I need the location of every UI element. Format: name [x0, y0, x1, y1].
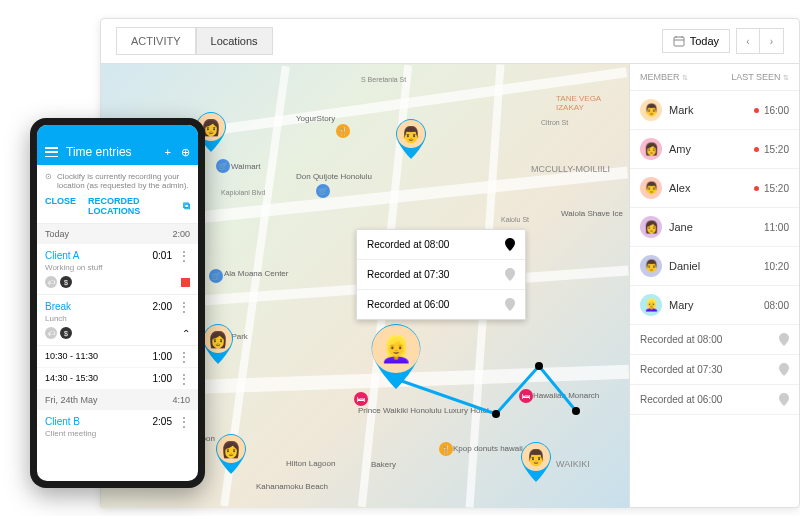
members-panel: MEMBER ⇅ LAST SEEN ⇅ 👨Mark16:00 👩Amy15:2…	[629, 64, 799, 508]
status-bar	[37, 125, 198, 139]
more-icon[interactable]: ⋮	[178, 419, 190, 425]
sub-dur: 1:00	[153, 351, 172, 362]
location-icon	[505, 298, 515, 311]
sub-entry[interactable]: 10:30 - 11:301:00⋮	[37, 346, 198, 368]
more-icon[interactable]: ⋮	[178, 253, 190, 259]
notice-text: Clockify is currently recording your loc…	[57, 172, 190, 190]
member-pin[interactable]: 👨	[521, 442, 551, 482]
location-icon	[779, 393, 789, 406]
member-row[interactable]: 👩Jane11:00	[630, 208, 799, 247]
entry-name: Client A	[45, 250, 79, 261]
section-total: 4:10	[172, 395, 190, 405]
popup-label: Recorded at 08:00	[367, 239, 449, 250]
member-pin[interactable]: 👨	[396, 119, 426, 159]
member-time: 15:20	[764, 183, 789, 194]
date-arrows: ‹ ›	[736, 28, 784, 54]
avatar: 👨	[640, 177, 662, 199]
time-entry[interactable]: Client A0:01⋮ Working on stuff 🏷$	[37, 244, 198, 295]
date-label: Today	[690, 35, 719, 47]
member-row[interactable]: 👨Daniel10:20	[630, 247, 799, 286]
entry-time: 2:05	[153, 416, 172, 427]
prev-day-button[interactable]: ‹	[736, 28, 760, 54]
avatar: 👱‍♀️	[640, 294, 662, 316]
phone-screen: Time entries + ⊕ ⊙Clockify is currently …	[37, 125, 198, 481]
entry-time: 2:00	[153, 301, 172, 312]
section-total: 2:00	[172, 229, 190, 239]
tag-icon: 🏷	[45, 327, 57, 339]
route-dot	[535, 362, 543, 370]
desktop-header: ACTIVITY Locations Today ‹ ›	[101, 19, 799, 64]
live-dot	[754, 147, 759, 152]
member-row[interactable]: 👨Mark16:00	[630, 91, 799, 130]
section-label: Fri, 24th May	[45, 395, 98, 405]
location-icon	[779, 333, 789, 346]
location-icon	[505, 238, 515, 251]
sub-entry[interactable]: 14:30 - 15:301:00⋮	[37, 368, 198, 390]
section-label: Today	[45, 229, 69, 239]
tab-locations[interactable]: Locations	[196, 27, 273, 55]
member-name: Mary	[669, 299, 693, 311]
time-entry[interactable]: Client B2:05⋮ Client meeting	[37, 410, 198, 440]
external-icon: ⧉	[183, 200, 190, 212]
location-icon	[505, 268, 515, 281]
currency-icon: $	[60, 327, 72, 339]
route-dot	[492, 410, 500, 418]
member-row[interactable]: 👩Amy15:20	[630, 130, 799, 169]
member-time: 11:00	[764, 222, 789, 233]
entry-time: 0:01	[153, 250, 172, 261]
location-popup: Recorded at 08:00 Recorded at 07:30 Reco…	[356, 229, 526, 320]
more-icon[interactable]: ⋮	[178, 376, 190, 382]
more-icon[interactable]: ⋮	[178, 304, 190, 310]
avatar: 👨	[640, 255, 662, 277]
collapse-icon[interactable]: ⌃	[182, 328, 190, 339]
member-name: Mark	[669, 104, 693, 116]
member-name: Daniel	[669, 260, 700, 272]
member-pin[interactable]: 👩	[203, 324, 233, 364]
member-name: Amy	[669, 143, 691, 155]
member-time: 10:20	[764, 261, 789, 272]
calendar-icon	[673, 35, 685, 47]
menu-icon[interactable]	[45, 147, 58, 157]
recorded-locations-link[interactable]: RECORDED LOCATIONS ⧉	[88, 196, 190, 216]
entry-name: Break	[45, 301, 71, 312]
more-icon[interactable]: ⋮	[178, 354, 190, 360]
next-day-button[interactable]: ›	[760, 28, 784, 54]
close-button[interactable]: CLOSE	[45, 196, 76, 216]
date-picker[interactable]: Today	[662, 29, 730, 53]
popup-item[interactable]: Recorded at 06:00	[357, 290, 525, 319]
sub-range: 10:30 - 11:30	[45, 351, 98, 362]
location-icon	[779, 363, 789, 376]
recorded-label: Recorded at 08:00	[640, 334, 722, 345]
recording-icon	[181, 278, 190, 287]
avatar: 👨	[640, 99, 662, 121]
svg-rect-0	[674, 37, 684, 46]
avatar: 👩	[640, 138, 662, 160]
member-row[interactable]: 👱‍♀️Mary08:00	[630, 286, 799, 325]
recorded-row[interactable]: Recorded at 07:30	[630, 355, 799, 385]
sub-range: 14:30 - 15:30	[45, 373, 98, 384]
col-lastseen[interactable]: LAST SEEN ⇅	[731, 72, 789, 82]
col-member[interactable]: MEMBER ⇅	[640, 72, 688, 82]
tab-activity[interactable]: ACTIVITY	[116, 27, 196, 55]
popup-label: Recorded at 06:00	[367, 299, 449, 310]
locate-icon[interactable]: ⊕	[181, 146, 190, 159]
recorded-label: Recorded at 06:00	[640, 394, 722, 405]
desktop-body: S Beretania St Kapiolani Blvd Citron St …	[101, 64, 799, 508]
popup-label: Recorded at 07:30	[367, 269, 449, 280]
recorded-row[interactable]: Recorded at 06:00	[630, 385, 799, 415]
live-dot	[754, 108, 759, 113]
member-name: Jane	[669, 221, 693, 233]
panel-header: MEMBER ⇅ LAST SEEN ⇅	[630, 64, 799, 91]
recorded-row[interactable]: Recorded at 08:00	[630, 325, 799, 355]
entry-name: Client B	[45, 416, 80, 427]
day-section: Fri, 24th May4:10	[37, 390, 198, 410]
member-pin-active[interactable]: 👱‍♀️	[371, 324, 421, 389]
member-time: 08:00	[764, 300, 789, 311]
add-icon[interactable]: +	[165, 146, 171, 159]
member-row[interactable]: 👨Alex15:20	[630, 169, 799, 208]
time-entry[interactable]: Break2:00⋮ Lunch 🏷$⌃	[37, 295, 198, 346]
popup-item[interactable]: Recorded at 07:30	[357, 260, 525, 290]
member-pin[interactable]: 👩	[216, 434, 246, 474]
popup-item[interactable]: Recorded at 08:00	[357, 230, 525, 260]
entry-sub: Lunch	[45, 314, 190, 323]
